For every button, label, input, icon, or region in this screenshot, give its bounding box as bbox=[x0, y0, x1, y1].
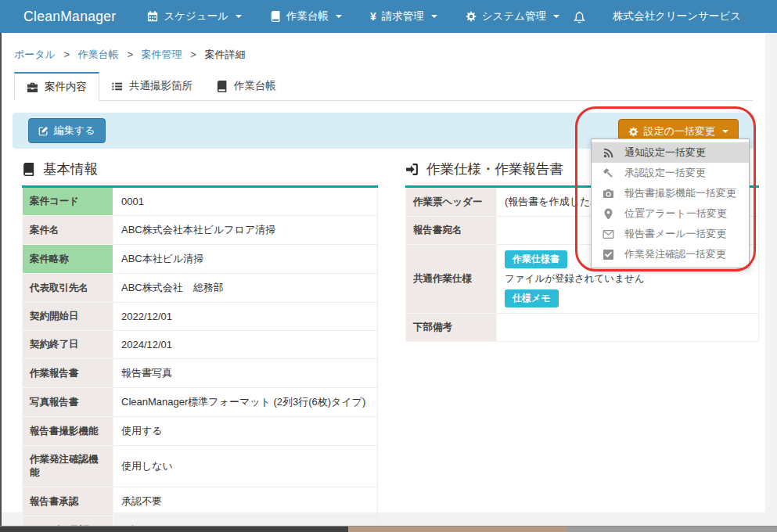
breadcrumb-separator: > bbox=[64, 49, 70, 60]
main-menu: スケジュール 作業台帳 ¥ 請求管理 システム管理 bbox=[147, 9, 559, 23]
gears-icon bbox=[466, 11, 477, 22]
info-row-label: 報告書撮影機能 bbox=[23, 417, 113, 446]
menu-item-label: 承認設定一括変更 bbox=[624, 166, 706, 180]
info-row-label: 案件コード bbox=[23, 187, 113, 216]
info-row-label: 案件名 bbox=[23, 216, 113, 245]
info-row-value: 2024/12/01 bbox=[113, 331, 378, 359]
nav-work-ledger[interactable]: 作業台帳 bbox=[270, 9, 342, 23]
nav-system-admin-label: システム管理 bbox=[482, 9, 546, 23]
info-row-label: 共通作業仕様 bbox=[406, 245, 497, 314]
chevron-down-icon bbox=[722, 130, 728, 133]
menu-item-report-mail[interactable]: 報告書メール一括変更 bbox=[592, 224, 749, 244]
info-row-label: 契約終了日 bbox=[23, 331, 113, 359]
info-row-label: 案件略称 bbox=[23, 245, 113, 274]
book-icon bbox=[216, 81, 228, 92]
breadcrumb-portal[interactable]: ポータル bbox=[14, 49, 56, 60]
menu-item-work-order-confirm[interactable]: 作業発注確認一括変更 bbox=[592, 244, 749, 264]
sign-in-icon bbox=[405, 163, 419, 176]
table-row: 下部備考 bbox=[406, 314, 759, 342]
info-row-label: 下部備考 bbox=[406, 314, 497, 342]
top-navbar: CleanManager スケジュール 作業台帳 ¥ 請求管理 システム管理 株… bbox=[0, 0, 777, 33]
tab-case-details[interactable]: 案件内容 bbox=[14, 72, 99, 101]
edit-button-label: 編集する bbox=[54, 124, 95, 138]
info-row-value bbox=[497, 314, 759, 342]
breadcrumb-current: 案件詳細 bbox=[204, 49, 245, 60]
menu-item-notification-settings[interactable]: 通知設定一括変更 bbox=[592, 142, 749, 163]
menu-item-label: 報告書メール一括変更 bbox=[624, 227, 727, 241]
menu-item-label: 作業発注確認一括変更 bbox=[624, 247, 726, 261]
breadcrumb-separator: > bbox=[190, 49, 196, 60]
info-row-value: 2022/12/01 bbox=[113, 303, 378, 331]
table-row: 作業発注確認機能使用しない bbox=[23, 446, 378, 487]
edit-icon bbox=[38, 126, 49, 136]
menu-item-label: 報告書撮影機能一括変更 bbox=[624, 186, 736, 200]
info-row-value: ABC株式会社本社ビルフロア清掃 bbox=[113, 216, 378, 245]
no-file-text: ファイルが登録されていません bbox=[505, 272, 750, 286]
tab-work-ledger[interactable]: 作業台帳 bbox=[204, 72, 288, 100]
info-row-label: 報告書承認 bbox=[23, 487, 113, 516]
breadcrumb-work-ledger[interactable]: 作業台帳 bbox=[78, 49, 119, 60]
table-row: 作業報告書報告書写真 bbox=[23, 359, 378, 388]
breadcrumb-separator: > bbox=[127, 49, 133, 60]
window-edge-segment bbox=[566, 527, 777, 532]
info-row-value: 承認不要 bbox=[113, 487, 378, 516]
info-row-value: 0001 bbox=[113, 187, 378, 216]
window-edge-segment bbox=[348, 527, 566, 532]
menu-item-approval-settings[interactable]: 承認設定一括変更 bbox=[592, 163, 749, 183]
company-name[interactable]: 株式会社クリーンサービス bbox=[613, 9, 741, 23]
nav-schedule[interactable]: スケジュール bbox=[147, 9, 242, 23]
menu-item-report-photo-feature[interactable]: 報告書撮影機能一括変更 bbox=[592, 183, 749, 203]
spec-memo-button[interactable]: 仕様メモ bbox=[505, 289, 559, 307]
gears-icon bbox=[628, 127, 639, 137]
tab-common-photo-locations[interactable]: 共通撮影箇所 bbox=[99, 72, 204, 100]
notifications-bell[interactable] bbox=[573, 10, 586, 23]
info-row-label: 代表取引先名 bbox=[23, 274, 113, 303]
nav-billing[interactable]: ¥ 請求管理 bbox=[370, 9, 437, 23]
bulk-settings-button-label: 設定の一括変更 bbox=[644, 124, 715, 138]
chevron-down-icon bbox=[431, 15, 437, 18]
table-row: 案件名ABC株式会社本社ビルフロア清掃 bbox=[23, 216, 378, 245]
info-row-value: 使用する bbox=[113, 417, 378, 446]
gavel-icon bbox=[603, 167, 614, 179]
nav-schedule-label: スケジュール bbox=[164, 9, 228, 23]
work-spec-doc-button[interactable]: 作業仕様書 bbox=[505, 250, 567, 268]
info-row-value: 報告書写真 bbox=[113, 359, 378, 388]
info-row-label: 作業発注確認機能 bbox=[23, 446, 113, 487]
info-row-value: ABC本社ビル清掃 bbox=[113, 245, 378, 274]
breadcrumb: ポータル > 作業台帳 > 案件管理 > 案件詳細 bbox=[2, 33, 765, 72]
chevron-down-icon bbox=[553, 15, 559, 18]
basic-info-title: 基本情報 bbox=[22, 160, 378, 178]
book-icon bbox=[22, 163, 35, 176]
calendar-icon bbox=[147, 11, 158, 22]
nav-billing-label: 請求管理 bbox=[382, 9, 424, 23]
menu-item-label: 通知設定一括変更 bbox=[624, 146, 706, 160]
work-spec-title-text: 作業仕様・作業報告書 bbox=[426, 160, 563, 178]
info-row-label: 報告書宛名 bbox=[406, 217, 497, 245]
basic-info-panel: 基本情報 案件コード0001 案件名ABC株式会社本社ビルフロア清掃 案件略称A… bbox=[22, 160, 378, 532]
nav-system-admin[interactable]: システム管理 bbox=[466, 9, 559, 23]
edit-button[interactable]: 編集する bbox=[28, 118, 106, 143]
camera-icon bbox=[603, 188, 614, 200]
table-row: 代表取引先名ABC株式会社 総務部 bbox=[23, 274, 378, 303]
bell-icon bbox=[573, 10, 586, 23]
info-row-label: 契約開始日 bbox=[23, 303, 113, 331]
app-logo[interactable]: CleanManager bbox=[23, 9, 116, 25]
table-row: 報告書承認承認不要 bbox=[23, 487, 378, 516]
table-row: 案件コード0001 bbox=[23, 187, 378, 216]
breadcrumb-case-management[interactable]: 案件管理 bbox=[142, 49, 182, 60]
window-edge-segment bbox=[0, 527, 348, 532]
table-row: 写真報告書CleanManager標準フォーマット (2列3行(6枚)タイプ) bbox=[23, 388, 378, 417]
menu-item-location-alert[interactable]: 位置アラート一括変更 bbox=[592, 203, 749, 224]
chevron-down-icon bbox=[236, 15, 242, 18]
list-icon bbox=[111, 81, 123, 92]
book-icon bbox=[270, 11, 281, 22]
info-row-label: 写真報告書 bbox=[23, 388, 113, 417]
menu-item-label: 位置アラート一括変更 bbox=[624, 207, 727, 221]
tab-bar: 案件内容 共通撮影箇所 作業台帳 bbox=[14, 72, 753, 101]
rss-icon bbox=[603, 147, 614, 159]
basic-info-title-text: 基本情報 bbox=[43, 160, 98, 178]
table-row: 契約開始日2022/12/01 bbox=[23, 303, 378, 331]
page-content: ポータル > 作業台帳 > 案件管理 > 案件詳細 案件内容 共通撮影箇所 作業… bbox=[2, 33, 765, 512]
table-row: 契約終了日2024/12/01 bbox=[23, 331, 378, 359]
basic-info-table: 案件コード0001 案件名ABC株式会社本社ビルフロア清掃 案件略称ABC本社ビ… bbox=[22, 185, 378, 532]
